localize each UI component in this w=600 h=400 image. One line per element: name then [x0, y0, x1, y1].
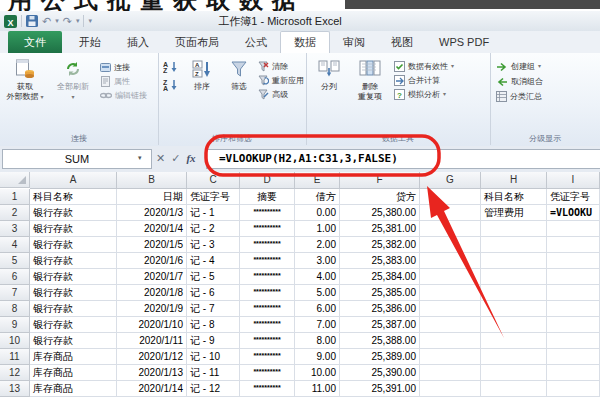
cell-A12[interactable]: 库存商品 [30, 365, 117, 381]
cell-I11[interactable] [547, 349, 600, 365]
cell-A1[interactable]: 科目名称 [30, 189, 117, 205]
cell-H8[interactable] [481, 301, 547, 317]
cell-D10[interactable]: ********** [240, 333, 295, 349]
cell-G2[interactable] [420, 205, 481, 221]
advanced-filter-button[interactable]: 高级 [258, 89, 304, 100]
cell-I5[interactable] [547, 253, 600, 269]
cell-G6[interactable] [420, 269, 481, 285]
cell-D6[interactable]: ********** [240, 269, 295, 285]
sort-az-ascending-icon[interactable]: A Z [163, 60, 179, 73]
cell-G5[interactable] [420, 253, 481, 269]
cell-B4[interactable]: 2020/1/5 [117, 237, 187, 253]
cell-D1[interactable]: 摘要 [240, 189, 295, 205]
cell-C11[interactable]: 记 - 10 [187, 349, 240, 365]
cell-C10[interactable]: 记 - 9 [187, 333, 240, 349]
cell-C12[interactable]: 记 - 11 [187, 365, 240, 381]
tab-1[interactable]: 开始 [66, 31, 114, 53]
cell-H4[interactable] [481, 237, 547, 253]
cell-E4[interactable]: 2.00 [295, 237, 340, 253]
cell-B10[interactable]: 2020/1/11 [117, 333, 187, 349]
cell-E6[interactable]: 4.00 [295, 269, 340, 285]
row-header-6[interactable]: 6 [0, 269, 30, 285]
cell-F2[interactable]: 25,380.00 [340, 205, 420, 221]
col-header-E[interactable]: E [295, 172, 340, 189]
cell-A4[interactable]: 银行存款 [30, 237, 117, 253]
cell-G4[interactable] [420, 237, 481, 253]
cell-A2[interactable]: 银行存款 [30, 205, 117, 221]
cell-C5[interactable]: 记 - 4 [187, 253, 240, 269]
cell-I6[interactable] [547, 269, 600, 285]
col-header-B[interactable]: B [117, 172, 187, 189]
cell-G9[interactable] [420, 317, 481, 333]
cell-G1[interactable] [420, 189, 481, 205]
cell-F11[interactable]: 25,389.00 [340, 349, 420, 365]
insert-function-icon[interactable]: fx [186, 152, 195, 164]
reapply-filter-button[interactable]: 重新应用 [258, 75, 304, 86]
col-header-G[interactable]: G [420, 172, 481, 189]
row-header-1[interactable]: 1 [0, 189, 30, 205]
cell-A3[interactable]: 银行存款 [30, 221, 117, 237]
tab-4[interactable]: 公式 [232, 31, 280, 53]
cell-F13[interactable]: 25,391.00 [340, 381, 420, 397]
cell-H1[interactable]: 科目名称 [481, 189, 547, 205]
cell-D3[interactable]: ********** [240, 221, 295, 237]
col-header-A[interactable]: A [30, 172, 117, 189]
data-validation-button[interactable]: 数据有效性 ▾ [394, 61, 454, 72]
cell-I8[interactable] [547, 301, 600, 317]
cell-F8[interactable]: 25,386.00 [340, 301, 420, 317]
cell-D2[interactable]: ********** [240, 205, 295, 221]
cell-F7[interactable]: 25,385.00 [340, 285, 420, 301]
name-box[interactable]: SUM [2, 149, 152, 169]
cell-H12[interactable] [481, 365, 547, 381]
row-header-2[interactable]: 2 [0, 205, 30, 221]
properties-button[interactable]: 属性 [100, 76, 147, 87]
what-if-analysis-button[interactable]: ? 模拟分析 ▾ [394, 89, 454, 100]
row-header-10[interactable]: 10 [0, 333, 30, 349]
cell-F5[interactable]: 25,383.00 [340, 253, 420, 269]
cell-G7[interactable] [420, 285, 481, 301]
cell-B6[interactable]: 2020/1/7 [117, 269, 187, 285]
cell-I2[interactable]: =VLOOKU [547, 205, 600, 221]
cell-F10[interactable]: 25,388.00 [340, 333, 420, 349]
cell-F9[interactable]: 25,387.00 [340, 317, 420, 333]
cell-A6[interactable]: 银行存款 [30, 269, 117, 285]
col-header-I[interactable]: I [547, 172, 600, 189]
cell-B11[interactable]: 2020/1/12 [117, 349, 187, 365]
remove-duplicates-button[interactable]: 删除 重复项 [350, 58, 390, 102]
cell-B5[interactable]: 2020/1/6 [117, 253, 187, 269]
cell-G13[interactable] [420, 381, 481, 397]
cell-D12[interactable]: ********** [240, 365, 295, 381]
clear-filter-button[interactable]: 清除 [258, 61, 304, 72]
cell-D7[interactable]: ********** [240, 285, 295, 301]
cell-C13[interactable]: 记 - 12 [187, 381, 240, 397]
cell-D11[interactable]: ********** [240, 349, 295, 365]
tab-8[interactable]: WPS PDF [426, 31, 502, 53]
edit-links-button[interactable]: 编辑链接 [100, 90, 147, 101]
cell-C1[interactable]: 凭证字号 [187, 189, 240, 205]
row-header-12[interactable]: 12 [0, 365, 30, 381]
cell-D13[interactable]: ********** [240, 381, 295, 397]
select-all-corner[interactable] [0, 172, 30, 188]
cell-I12[interactable] [547, 365, 600, 381]
col-header-D[interactable]: D [240, 172, 295, 189]
row-header-7[interactable]: 7 [0, 285, 30, 301]
enter-formula-icon[interactable]: ✓ [171, 152, 180, 165]
row-header-9[interactable]: 9 [0, 317, 30, 333]
cell-G11[interactable] [420, 349, 481, 365]
cell-B1[interactable]: 日期 [117, 189, 187, 205]
cell-G10[interactable] [420, 333, 481, 349]
cell-A9[interactable]: 银行存款 [30, 317, 117, 333]
row-header-11[interactable]: 11 [0, 349, 30, 365]
text-to-columns-button[interactable]: 分列 [312, 58, 346, 92]
cell-C6[interactable]: 记 - 5 [187, 269, 240, 285]
subtotal-button[interactable]: 分类汇总 [496, 91, 543, 102]
cell-E10[interactable]: 8.00 [295, 333, 340, 349]
cell-H5[interactable] [481, 253, 547, 269]
cell-A8[interactable]: 银行存款 [30, 301, 117, 317]
refresh-all-button[interactable]: 全部刷新 ▾ [52, 58, 94, 102]
sort-za-descending-icon[interactable]: Z A [163, 78, 179, 91]
cancel-formula-icon[interactable]: ✕ [156, 152, 165, 165]
col-header-C[interactable]: C [187, 172, 240, 189]
cell-C8[interactable]: 记 - 7 [187, 301, 240, 317]
cell-G12[interactable] [420, 365, 481, 381]
